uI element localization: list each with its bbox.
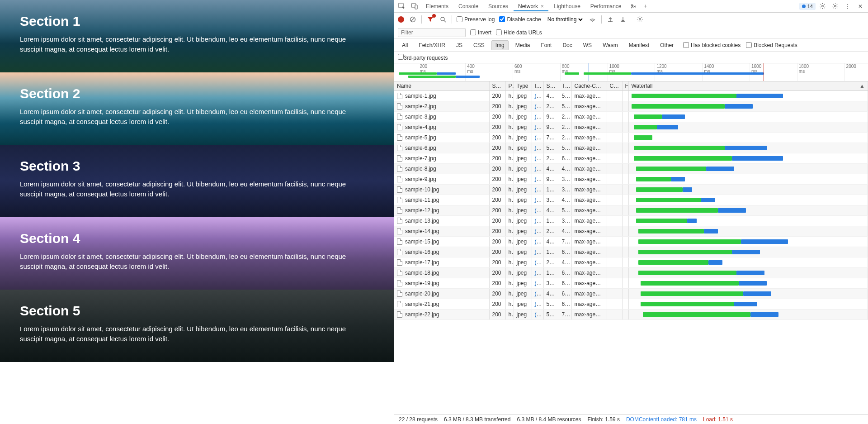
table-row[interactable]: sample-10.jpg200h..jpeg(i...14...35...ma… (394, 185, 868, 195)
col-header-p[interactable]: P (505, 81, 514, 91)
cell-name[interactable]: sample-9.jpg (394, 174, 489, 185)
type-chip-ws[interactable]: WS (579, 40, 596, 50)
type-chip-img[interactable]: Img (491, 40, 509, 50)
import-har-icon[interactable] (606, 15, 614, 24)
has-blocked-cookies-checkbox[interactable]: Has blocked cookies (683, 42, 741, 48)
cell-name[interactable]: sample-11.jpg (394, 195, 489, 205)
col-header-type[interactable]: Type (514, 81, 532, 91)
cell-initiator[interactable]: (i... (532, 174, 543, 185)
cell-initiator[interactable]: (i... (532, 101, 543, 112)
cell-name[interactable]: sample-19.jpg (394, 278, 489, 289)
cell-initiator[interactable]: (i... (532, 278, 543, 289)
settings-gear-icon[interactable] (816, 1, 828, 11)
table-row[interactable]: sample-7.jpg200h..jpeg(i...20...62...max… (394, 153, 868, 164)
cell-name[interactable]: sample-16.jpg (394, 247, 489, 257)
customize-gear-icon[interactable] (829, 1, 841, 11)
more-tabs-icon[interactable]: » (627, 1, 639, 11)
cell-name[interactable]: sample-3.jpg (394, 112, 489, 122)
network-request-table[interactable]: Name Status P Type Ini... Size Ti... Cac… (394, 81, 868, 414)
table-row[interactable]: sample-8.jpg200h..jpeg(i...41...44...max… (394, 164, 868, 174)
table-row[interactable]: sample-5.jpg200h..jpeg(i...76...26...max… (394, 133, 868, 143)
cell-name[interactable]: sample-21.jpg (394, 299, 489, 310)
table-row[interactable]: sample-19.jpg200h..jpeg(i...38...67...ma… (394, 278, 868, 289)
throttling-select[interactable]: No throttling (546, 16, 584, 23)
type-chip-css[interactable]: CSS (469, 40, 489, 50)
table-row[interactable]: sample-15.jpg200h..jpeg(i...44...73...ma… (394, 237, 868, 247)
col-header-size[interactable]: Size (543, 81, 559, 91)
type-chip-wasm[interactable]: Wasm (599, 40, 622, 50)
type-chip-other[interactable]: Other (656, 40, 678, 50)
table-row[interactable]: sample-4.jpg200h..jpeg(i...97...25...max… (394, 122, 868, 133)
table-row[interactable]: sample-1.jpg200h..jpeg(i...40...54...max… (394, 91, 868, 101)
type-chip-fetch[interactable]: Fetch/XHR (415, 40, 449, 50)
col-header-initiator[interactable]: Ini... (532, 81, 543, 91)
cell-initiator[interactable]: (i... (532, 143, 543, 153)
cell-initiator[interactable]: (i... (532, 153, 543, 164)
cell-name[interactable]: sample-20.jpg (394, 289, 489, 299)
cell-initiator[interactable]: (i... (532, 247, 543, 257)
cell-initiator[interactable]: (i... (532, 205, 543, 216)
clear-icon[interactable] (409, 15, 417, 24)
table-row[interactable]: sample-21.jpg200h..jpeg(i...51...64...ma… (394, 299, 868, 310)
cell-name[interactable]: sample-14.jpg (394, 226, 489, 237)
export-har-icon[interactable] (619, 15, 627, 24)
cell-name[interactable]: sample-4.jpg (394, 122, 489, 133)
cell-initiator[interactable]: (i... (532, 185, 543, 195)
cell-initiator[interactable]: (i... (532, 133, 543, 143)
cell-name[interactable]: sample-17.jpg (394, 257, 489, 268)
cell-name[interactable]: sample-6.jpg (394, 143, 489, 153)
disable-cache-checkbox[interactable]: Disable cache (499, 16, 541, 23)
cell-initiator[interactable]: (i... (532, 164, 543, 174)
tab-performance[interactable]: Performance (586, 1, 626, 11)
cell-initiator[interactable]: (i... (532, 257, 543, 268)
col-header-cache[interactable]: Cache-Control (571, 81, 607, 91)
cell-name[interactable]: sample-18.jpg (394, 268, 489, 278)
device-toggle-icon[interactable] (409, 1, 420, 11)
cell-name[interactable]: sample-5.jpg (394, 133, 489, 143)
table-row[interactable]: sample-20.jpg200h..jpeg(i...45...69...ma… (394, 289, 868, 299)
table-row[interactable]: sample-12.jpg200h..jpeg(i...47...54...ma… (394, 205, 868, 216)
col-header-f[interactable]: F. (622, 81, 628, 91)
table-row[interactable]: sample-16.jpg200h..jpeg(i...13...61...ma… (394, 247, 868, 257)
cell-initiator[interactable]: (i... (532, 112, 543, 122)
cell-name[interactable]: sample-10.jpg (394, 185, 489, 195)
search-icon[interactable] (439, 15, 447, 24)
add-tab-icon[interactable]: ＋ (640, 1, 651, 11)
col-header-time[interactable]: Ti... (559, 81, 571, 91)
type-chip-doc[interactable]: Doc (558, 40, 576, 50)
col-header-status[interactable]: Status (489, 81, 505, 91)
table-row[interactable]: sample-17.jpg200h..jpeg(i...26...45...ma… (394, 257, 868, 268)
type-chip-media[interactable]: Media (511, 40, 534, 50)
network-settings-icon[interactable] (636, 15, 644, 24)
cell-initiator[interactable]: (i... (532, 226, 543, 237)
table-row[interactable]: sample-14.jpg200h..jpeg(i...25...44...ma… (394, 226, 868, 237)
page-preview[interactable]: Section 1 Lorem ipsum dolor sit amet, co… (0, 0, 394, 424)
cell-initiator[interactable]: (i... (532, 122, 543, 133)
network-timeline[interactable]: 200 ms400 ms600 ms800 ms1000 ms1200 ms14… (394, 63, 868, 81)
cell-name[interactable]: sample-7.jpg (394, 153, 489, 164)
table-row[interactable]: sample-6.jpg200h..jpeg(i...59...56...max… (394, 143, 868, 153)
col-header-content[interactable]: Cont... (607, 81, 622, 91)
type-chip-manifest[interactable]: Manifest (625, 40, 653, 50)
tab-network[interactable]: Network (514, 1, 548, 11)
cell-name[interactable]: sample-1.jpg (394, 91, 489, 101)
filter-icon[interactable] (426, 15, 434, 24)
tab-elements[interactable]: Elements (421, 1, 453, 11)
cell-initiator[interactable]: (i... (532, 289, 543, 299)
tab-console[interactable]: Console (454, 1, 483, 11)
table-row[interactable]: sample-18.jpg200h..jpeg(i...19...64...ma… (394, 268, 868, 278)
tab-sources[interactable]: Sources (484, 1, 513, 11)
cell-name[interactable]: sample-12.jpg (394, 205, 489, 216)
record-icon[interactable] (398, 16, 404, 23)
cell-initiator[interactable]: (i... (532, 299, 543, 310)
issues-badge[interactable]: 14 (799, 3, 816, 10)
table-row[interactable]: sample-22.jpg200h..jpeg(i...58...73...ma… (394, 310, 868, 320)
table-row[interactable]: sample-11.jpg200h..jpeg(i...35...43...ma… (394, 195, 868, 205)
cell-initiator[interactable]: (i... (532, 195, 543, 205)
table-row[interactable]: sample-3.jpg200h..jpeg(i...90...26...max… (394, 112, 868, 122)
inspect-element-icon[interactable] (396, 1, 408, 11)
hide-data-urls-checkbox[interactable]: Hide data URLs (496, 29, 542, 36)
type-chip-js[interactable]: JS (452, 40, 467, 50)
type-chip-font[interactable]: Font (537, 40, 556, 50)
blocked-requests-checkbox[interactable]: Blocked Requests (746, 42, 797, 48)
